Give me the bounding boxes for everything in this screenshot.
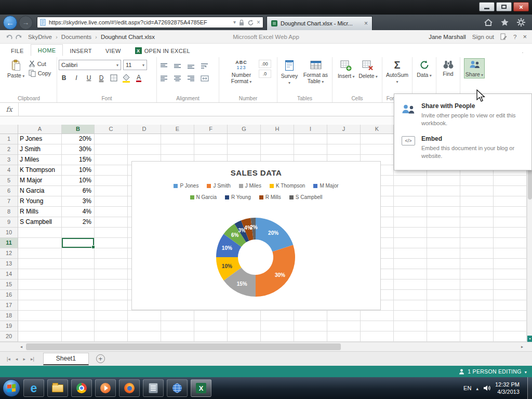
- column-header-c[interactable]: C: [95, 125, 128, 134]
- horizontal-scroll-thumb[interactable]: [26, 343, 341, 350]
- cell-C4[interactable]: [95, 165, 128, 176]
- cell-A17[interactable]: [18, 300, 62, 311]
- cell-x1314[interactable]: [460, 269, 494, 280]
- cell-x1218[interactable]: [427, 311, 460, 321]
- previous-sheet-button[interactable]: [13, 356, 21, 362]
- cell-B1[interactable]: 20%: [62, 134, 95, 144]
- underline-button[interactable]: U: [84, 73, 94, 83]
- row-header-1[interactable]: 1: [0, 134, 18, 144]
- cell-x125[interactable]: [427, 176, 460, 186]
- cell-J1[interactable]: [327, 134, 361, 144]
- refresh-icon[interactable]: [247, 19, 254, 26]
- autosum-button[interactable]: Σ AutoSum: [384, 58, 410, 85]
- row-header-4[interactable]: 4: [0, 165, 18, 176]
- cell-B7[interactable]: 3%: [62, 196, 95, 207]
- cell-B15[interactable]: [62, 280, 95, 290]
- cut-button[interactable]: Cut: [28, 60, 52, 68]
- column-header-d[interactable]: D: [128, 125, 161, 134]
- cell-x1115[interactable]: [394, 280, 427, 290]
- redo-icon[interactable]: [15, 33, 23, 41]
- cell-x1113[interactable]: [394, 259, 427, 269]
- cell-x1120[interactable]: [394, 331, 427, 342]
- cell-G2[interactable]: [228, 144, 261, 155]
- cell-C15[interactable]: [95, 280, 128, 290]
- back-button[interactable]: [3, 16, 17, 30]
- share-button[interactable]: Share: [464, 58, 485, 78]
- cell-C10[interactable]: [95, 228, 128, 238]
- cell-x137[interactable]: [460, 196, 494, 207]
- cell-x149[interactable]: [494, 217, 527, 228]
- align-right-button[interactable]: [185, 74, 197, 83]
- tab-close-icon[interactable]: [364, 20, 368, 27]
- cell-A8[interactable]: R Mills: [18, 207, 62, 217]
- cell-x1112[interactable]: [394, 248, 427, 259]
- italic-button[interactable]: I: [71, 73, 82, 83]
- cell-H20[interactable]: [261, 331, 294, 342]
- taskbar-clock[interactable]: 12:32 PM 4/3/2013: [495, 381, 520, 396]
- cell-J19[interactable]: [327, 321, 361, 331]
- cell-C6[interactable]: [95, 186, 128, 196]
- cell-K18[interactable]: [361, 311, 394, 321]
- gear-icon[interactable]: [516, 18, 526, 27]
- cell-B20[interactable]: [62, 331, 95, 342]
- cell-B11[interactable]: [62, 238, 95, 248]
- cell-D20[interactable]: [128, 331, 161, 342]
- paste-button[interactable]: Paste: [6, 58, 26, 79]
- cell-J20[interactable]: [327, 331, 361, 342]
- cell-E19[interactable]: [161, 321, 194, 331]
- row-header-19[interactable]: 19: [0, 321, 18, 331]
- doughnut-chart-object[interactable]: SALES DATA P JonesJ SmithJ MilesK Thomps…: [131, 161, 381, 310]
- format-as-table-button[interactable]: Format as Table: [301, 58, 330, 85]
- cell-A18[interactable]: [18, 311, 62, 321]
- cell-A5[interactable]: M Major: [18, 176, 62, 186]
- decrease-decimal-button[interactable]: .0: [259, 70, 271, 78]
- cell-x136[interactable]: [460, 186, 494, 196]
- cell-x1117[interactable]: [394, 300, 427, 311]
- cell-B14[interactable]: [62, 269, 95, 280]
- cell-C9[interactable]: [95, 217, 128, 228]
- cell-G1[interactable]: [228, 134, 261, 144]
- cell-K1[interactable]: [361, 134, 394, 144]
- column-header-g[interactable]: G: [228, 125, 261, 134]
- speaker-icon[interactable]: [483, 385, 490, 391]
- cell-x1312[interactable]: [460, 248, 494, 259]
- cell-E1[interactable]: [161, 134, 194, 144]
- tray-expand-icon[interactable]: [476, 385, 478, 391]
- cell-x1212[interactable]: [427, 248, 460, 259]
- cell-x126[interactable]: [427, 186, 460, 196]
- cell-D2[interactable]: [128, 144, 161, 155]
- cell-C16[interactable]: [95, 290, 128, 300]
- cell-K2[interactable]: [361, 144, 394, 155]
- breadcrumb-skydrive[interactable]: SkyDrive: [28, 34, 52, 40]
- menu-item-share-with-people[interactable]: Share with People Invite other people to…: [394, 98, 531, 131]
- next-sheet-button[interactable]: [20, 356, 28, 362]
- cell-x148[interactable]: [494, 207, 527, 217]
- row-header-11[interactable]: 11: [0, 238, 18, 248]
- valign-top-button[interactable]: [158, 61, 170, 70]
- data-button[interactable]: Data: [414, 58, 435, 79]
- cell-B5[interactable]: 10%: [62, 176, 95, 186]
- taskbar-globe-button[interactable]: [167, 379, 188, 397]
- cell-A2[interactable]: J Smith: [18, 144, 62, 155]
- browser-tab[interactable]: Doughnut Chart.xlsx - Micr...: [267, 16, 373, 30]
- taskbar-mediaplayer-button[interactable]: [95, 379, 116, 397]
- cell-A11[interactable]: [18, 238, 62, 248]
- cell-I1[interactable]: [294, 134, 327, 144]
- row-header-2[interactable]: 2: [0, 144, 18, 155]
- cell-A7[interactable]: R Young: [18, 196, 62, 207]
- cell-H19[interactable]: [261, 321, 294, 331]
- add-sheet-button[interactable]: +: [96, 354, 105, 363]
- cell-D1[interactable]: [128, 134, 161, 144]
- cell-B10[interactable]: [62, 228, 95, 238]
- cell-x1413[interactable]: [494, 259, 527, 269]
- cell-I2[interactable]: [294, 144, 327, 155]
- cell-C19[interactable]: [95, 321, 128, 331]
- cell-x1219[interactable]: [427, 321, 460, 331]
- font-family-select[interactable]: Calibri: [59, 60, 121, 70]
- close-button[interactable]: [513, 2, 529, 11]
- taskbar-explorer-button[interactable]: [47, 379, 68, 397]
- cell-x135[interactable]: [460, 176, 494, 186]
- borders-button[interactable]: [109, 73, 119, 83]
- cell-B13[interactable]: [62, 259, 95, 269]
- cell-A10[interactable]: [18, 228, 62, 238]
